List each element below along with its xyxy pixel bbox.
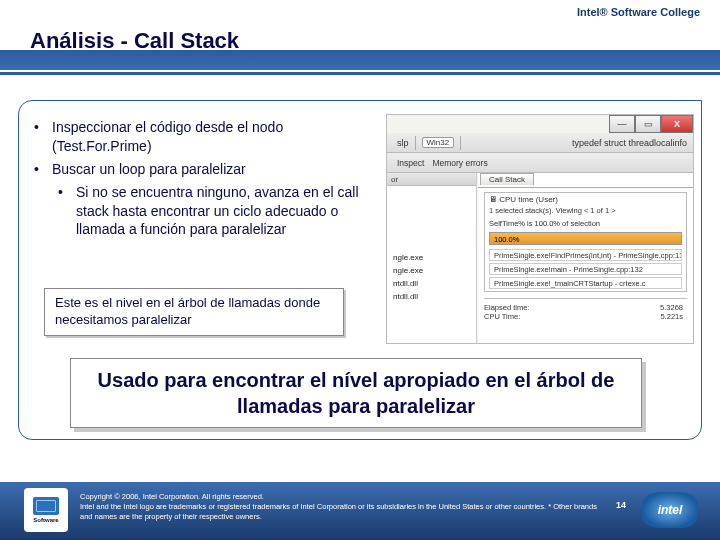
intel-software-badge: Software <box>24 488 68 532</box>
memory-errors-button[interactable]: Memory errors <box>432 158 487 168</box>
left-panel-header: or <box>387 173 476 186</box>
slide-footer: Software Copyright © 2006, Intel Corpora… <box>0 482 720 540</box>
selection-info-1: 1 selected stack(s). Viewing < 1 of 1 > <box>489 206 682 215</box>
stack-row[interactable]: PrimeSingle.exe!main - PrimeSingle.cpp:1… <box>489 263 682 275</box>
cpu-time-label: CPU Time: <box>484 312 520 321</box>
stack-row[interactable]: PrimeSingle.exe!_tmainCRTStartup - crtex… <box>489 277 682 289</box>
footer-legal: Copyright © 2006, Intel Corporation. All… <box>80 492 600 521</box>
badge-label: Software <box>33 517 58 523</box>
cpu-title: CPU time (User) <box>499 195 558 204</box>
inspect-button[interactable]: Inspect <box>397 158 424 168</box>
cpu-time-value: 5.221s <box>660 312 683 321</box>
copyright-line: Copyright © 2006, Intel Corporation. All… <box>80 492 600 502</box>
bullet-list: •Inspeccionar el código desde el nodo (T… <box>34 118 374 243</box>
code-hint: typedef struct threadlocalinfo <box>572 138 693 148</box>
header-bar-thin <box>0 72 720 75</box>
intel-logo: intel <box>642 492 698 528</box>
bullet-2a: Si no se encuentra ninguno, avanza en el… <box>76 183 374 240</box>
cpu-bar: 100.0% <box>489 232 682 245</box>
trademark-line: Intel and the Intel logo are trademarks … <box>80 502 600 522</box>
list-item[interactable]: ntdll.dll <box>387 290 476 303</box>
list-item[interactable] <box>387 212 476 225</box>
tab-call-stack[interactable]: Call Stack <box>480 173 534 185</box>
elapsed-label: Elapsed time: <box>484 303 529 312</box>
branding: Intel® Software College <box>577 6 700 18</box>
app-screenshot: — ▭ X slp Win32 typedef struct threadloc… <box>386 114 694 344</box>
big-callout: Usado para encontrar el nível apropiado … <box>70 358 642 428</box>
app-toolbar-2: Inspect Memory errors <box>387 153 693 173</box>
list-item[interactable] <box>387 199 476 212</box>
list-item[interactable] <box>387 238 476 251</box>
call-stack-panel: 🖥 CPU time (User) 1 selected stack(s). V… <box>478 187 693 343</box>
toolbar-item[interactable]: slp <box>397 138 409 148</box>
page-number: 14 <box>616 500 626 510</box>
list-item[interactable]: ntdll.dll <box>387 277 476 290</box>
list-item[interactable] <box>387 225 476 238</box>
elapsed-value: 5.3268 <box>660 303 683 312</box>
chip-icon <box>33 497 59 515</box>
app-toolbar-1: slp Win32 typedef struct threadlocalinfo <box>387 133 693 153</box>
bullet-2: Buscar un loop para paralelizar <box>52 160 246 179</box>
close-icon[interactable]: X <box>661 115 693 133</box>
header-bar <box>0 50 720 70</box>
stack-row[interactable]: PrimeSingle.exe!FindPrimes(int,int) - Pr… <box>489 249 682 261</box>
minimize-icon[interactable]: — <box>609 115 635 133</box>
summary-panel: Elapsed time:5.3268 CPU Time:5.221s <box>484 298 687 321</box>
platform-combo[interactable]: Win32 <box>422 137 455 148</box>
maximize-icon[interactable]: ▭ <box>635 115 661 133</box>
list-item[interactable]: ngle.exe <box>387 251 476 264</box>
small-callout: Este es el nivel en el árbol de llamadas… <box>44 288 344 336</box>
cpu-bar-label: 100.0% <box>494 233 519 246</box>
selection-info-2: SelfTime% is 100.0% of selection <box>489 219 682 228</box>
list-item[interactable]: ngle.exe <box>387 264 476 277</box>
list-item[interactable] <box>387 186 476 199</box>
left-panel: or ngle.exe ngle.exe ntdll.dll ntdll.dll <box>387 173 477 343</box>
bullet-1: Inspeccionar el código desde el nodo (Te… <box>52 118 374 156</box>
